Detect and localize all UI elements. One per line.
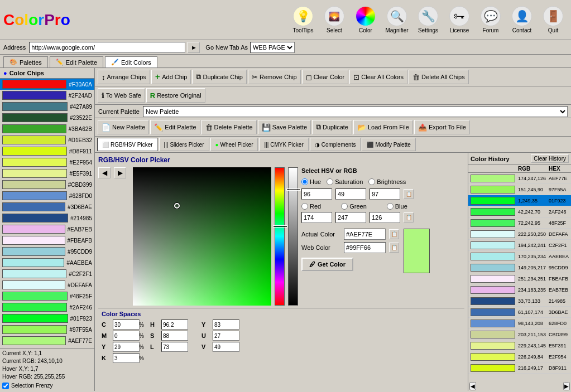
history-row[interactable]: 216,249,17 D8F911 xyxy=(468,362,571,374)
lightness-bar[interactable] xyxy=(288,167,298,306)
blue-input[interactable] xyxy=(370,212,400,223)
quit-button[interactable]: 🚪 Quit xyxy=(541,6,565,33)
history-row[interactable]: 234,183,235 EAB7EB xyxy=(468,284,571,296)
chip-item[interactable]: #23522E xyxy=(0,112,94,123)
chip-item[interactable]: #628FD0 xyxy=(0,190,94,201)
history-row[interactable]: 42,242,70 2AF246 xyxy=(468,206,571,217)
chip-item[interactable]: #48F25F xyxy=(0,291,94,302)
brightness-input[interactable] xyxy=(370,188,400,200)
chip-item[interactable]: #D8F911 xyxy=(0,146,94,157)
history-row[interactable]: 194,242,241 C2F2F1 xyxy=(468,240,571,251)
chip-item[interactable]: #AEF77E xyxy=(0,335,94,346)
chips-list[interactable]: #F30A0A#2F24AD#427A89#23522E#3BA62B#D1EB… xyxy=(0,79,94,348)
new-palette-button[interactable]: 📄 New Palette xyxy=(98,120,149,134)
get-color-button[interactable]: 🖊 Get Color xyxy=(301,258,353,271)
history-row[interactable]: 174,247,126 AEF77E xyxy=(468,173,571,184)
l-input[interactable] xyxy=(161,342,188,352)
to-web-safe-button[interactable]: ℹ To Web Safe xyxy=(98,88,145,103)
actual-color-hex-input[interactable] xyxy=(344,229,386,240)
contact-button[interactable]: 👤 Contact xyxy=(510,6,534,33)
history-scroll-right[interactable]: ▶ xyxy=(563,382,570,390)
red-input[interactable] xyxy=(301,212,332,223)
chip-item[interactable]: #E5F391 xyxy=(0,168,94,179)
settings-button[interactable]: 🔧 Settings xyxy=(416,6,440,33)
tab-wheel[interactable]: ● Wheel Picker xyxy=(210,138,258,151)
select-button[interactable]: 🌄 Select xyxy=(322,6,347,33)
history-row[interactable]: 72,242,95 48F25F xyxy=(468,217,571,229)
license-button[interactable]: 🗝 License xyxy=(447,6,472,33)
k-input[interactable] xyxy=(113,353,140,363)
current-palette-select[interactable]: New Palette xyxy=(143,106,568,117)
next-arrow-button[interactable]: ▶ xyxy=(114,167,126,178)
chip-item[interactable]: #FBEAFB xyxy=(0,235,94,246)
saturation-input[interactable] xyxy=(335,188,366,200)
history-row[interactable]: 229,243,145 E5F391 xyxy=(468,340,571,351)
history-row[interactable]: 98,143,208 628FD0 xyxy=(468,318,571,329)
history-row[interactable]: 61,107,174 3D6BAE xyxy=(468,307,571,318)
chip-item[interactable]: #2AF246 xyxy=(0,302,94,313)
copy-hsv-button[interactable]: 📋 xyxy=(404,189,414,199)
chip-item[interactable]: #427A89 xyxy=(0,101,94,112)
history-row[interactable]: 251,234,251 FBEAFB xyxy=(468,273,571,284)
forum-button[interactable]: 💬 Forum xyxy=(478,6,503,33)
arrange-chips-button[interactable]: ↕ Arrange Chips xyxy=(98,70,150,84)
blue-radio[interactable] xyxy=(387,203,394,210)
chip-item[interactable]: #DEFAFA xyxy=(0,279,94,291)
hue-radio[interactable] xyxy=(301,178,308,185)
color-gradient[interactable] xyxy=(133,167,271,306)
chip-item[interactable]: #95CDD9 xyxy=(0,246,94,257)
tab-cmyk[interactable]: ||| CMYK Picker xyxy=(259,138,308,151)
selection-frenzy-checkbox[interactable] xyxy=(2,383,9,389)
u-input[interactable] xyxy=(213,331,239,341)
saturation-radio[interactable] xyxy=(327,178,333,185)
copy-web-button[interactable]: 📋 xyxy=(389,243,399,253)
history-scroll-left[interactable]: ◀ xyxy=(469,382,476,390)
c-input[interactable] xyxy=(113,320,140,330)
y2-input[interactable] xyxy=(113,342,140,352)
edit-palette-button[interactable]: ✏️ Edit Palette xyxy=(150,120,200,134)
clear-color-button[interactable]: ◻ Clear Color xyxy=(302,70,349,84)
hue-input[interactable] xyxy=(301,188,332,200)
address-input[interactable] xyxy=(29,42,185,53)
chip-item[interactable]: #F30A0A xyxy=(0,79,94,90)
remove-chip-button[interactable]: ✂ Remove Chip xyxy=(248,70,301,84)
chip-item[interactable]: #01F923 xyxy=(0,313,94,324)
tab-palettes[interactable]: 🎨 Palettes xyxy=(3,56,48,67)
history-row[interactable]: 203,211,153 CBD399 xyxy=(468,329,571,340)
copy-actual-button[interactable]: 📋 xyxy=(389,229,399,239)
chip-item[interactable]: #E2F954 xyxy=(0,157,94,168)
chip-item[interactable]: #EAB7EB xyxy=(0,224,94,235)
tab-edit-colors[interactable]: 🖌️ Edit Colors xyxy=(105,56,157,67)
brightness-radio[interactable] xyxy=(368,178,375,185)
magnifier-button[interactable]: 🔍 Magnifier xyxy=(385,6,409,33)
chip-item[interactable]: #C2F2F1 xyxy=(0,268,94,279)
m-input[interactable] xyxy=(113,331,140,341)
chip-item[interactable]: #2F24AD xyxy=(0,90,94,101)
clear-all-colors-button[interactable]: ⊡ Clear All Colors xyxy=(349,70,407,84)
web-color-hex-input[interactable] xyxy=(344,242,386,253)
restore-original-button[interactable]: R Restore Original xyxy=(146,88,205,103)
history-row[interactable]: 226,249,84 E2F954 xyxy=(468,351,571,362)
chip-item[interactable]: #3D6BAE xyxy=(0,201,94,212)
prev-arrow-button[interactable]: ◀ xyxy=(98,167,111,178)
copy-rgb-button[interactable]: 📋 xyxy=(404,212,414,222)
tab-modify-palette[interactable]: ⬛ Modify Palette xyxy=(362,138,415,151)
s-input[interactable] xyxy=(161,331,188,341)
tab-sliders[interactable]: ||| Sliders Picker xyxy=(159,138,209,151)
tab-edit-palette[interactable]: ✏️ Edit Palette xyxy=(50,56,103,67)
hue-bar[interactable] xyxy=(275,167,285,306)
new-tab-select[interactable]: WEB PAGE xyxy=(250,42,295,53)
y-input[interactable] xyxy=(213,320,239,330)
chip-item[interactable]: #CBD399 xyxy=(0,179,94,190)
history-row[interactable]: 151,245,90 97F55A xyxy=(468,184,571,195)
chip-item[interactable]: #D1EB32 xyxy=(0,134,94,146)
history-row[interactable]: 149,205,217 95CDD9 xyxy=(468,262,571,273)
save-palette-button[interactable]: 💾 Save Palette xyxy=(258,120,311,134)
chip-item[interactable]: #214985 xyxy=(0,212,94,224)
h-input[interactable] xyxy=(161,320,188,330)
chip-item[interactable]: #AAEBEA xyxy=(0,257,94,268)
export-to-file-button[interactable]: 📤 Export To File xyxy=(414,120,470,134)
history-row[interactable]: 170,235,234 AAEBEA xyxy=(468,251,571,262)
load-from-file-button[interactable]: 📂 Load From File xyxy=(353,120,413,134)
tab-rgb-hsv[interactable]: ⬜ RGB/HSV Picker xyxy=(97,138,158,151)
